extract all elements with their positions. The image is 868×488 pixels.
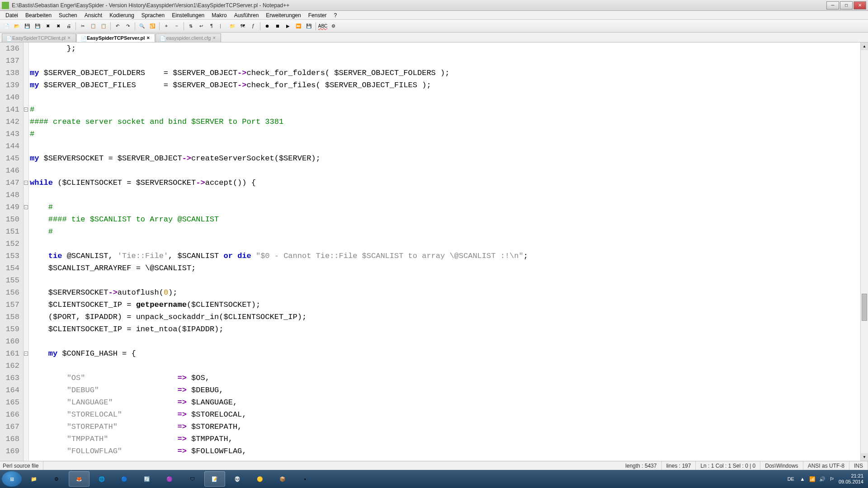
code-line[interactable] <box>30 238 860 250</box>
taskbar-app4[interactable]: 🛡 <box>182 471 203 487</box>
menu-makro[interactable]: Makro <box>208 11 230 19</box>
tray-show-hidden-icon[interactable]: ▲ <box>799 475 806 483</box>
code-line[interactable]: # <box>30 201 860 213</box>
tray-language[interactable]: DE <box>786 475 796 483</box>
code-line[interactable]: #### tie $SCANLIST to Array @SCANLIST <box>30 213 860 225</box>
find-button[interactable]: 🔍 <box>137 22 146 31</box>
play-macro-button[interactable]: ▶ <box>283 22 292 31</box>
code-line[interactable]: "DEBUG" => $DEBUG, <box>30 384 860 396</box>
paste-button[interactable]: 📋 <box>99 22 108 31</box>
code-line[interactable]: $CLIENTSOCKET_IP = getpeername($CLIENTSO… <box>30 299 860 311</box>
taskbar-app6[interactable]: 🟡 <box>250 471 270 487</box>
taskbar-eclipse[interactable]: 🟣 <box>159 471 180 487</box>
code-line[interactable]: $SCANLIST_ARRAYREF = \@SCANLIST; <box>30 262 860 274</box>
save-button[interactable]: 💾 <box>23 22 32 31</box>
menu-erweiterungen[interactable]: Erweiterungen <box>262 11 304 19</box>
folder-as-workspace-button[interactable]: 📁 <box>228 22 237 31</box>
code-line[interactable]: while ($CLIENTSOCKET = $SERVERSOCKET->ac… <box>30 177 860 189</box>
sync-scroll-button[interactable]: ⇅ <box>186 22 195 31</box>
code-line[interactable] <box>30 335 860 347</box>
code-line[interactable]: }; <box>30 42 860 55</box>
menu-ausführen[interactable]: Ausführen <box>231 11 263 19</box>
code-line[interactable]: # <box>30 225 860 238</box>
stop-macro-button[interactable]: ⏹ <box>273 22 282 31</box>
code-line[interactable]: my $SERVER_OBJECT_FOLDERS = $SERVER_OBJE… <box>30 67 860 79</box>
taskbar-firefox[interactable]: 🦊 <box>69 471 90 487</box>
taskbar-chrome[interactable]: 🌐 <box>91 471 112 487</box>
function-list-button[interactable]: ƒ <box>249 22 258 31</box>
tray-network-icon[interactable]: 📶 <box>809 475 816 483</box>
menu-einstellungen[interactable]: Einstellungen <box>168 11 208 19</box>
code-line[interactable]: tie @SCANLIST, 'Tie::File', $SCANLIST or… <box>30 250 860 262</box>
minimize-button[interactable]: ─ <box>826 1 839 9</box>
menu-fenster[interactable]: Fenster <box>305 11 330 19</box>
close-file-button[interactable]: ✖ <box>43 22 52 31</box>
new-file-button[interactable]: 📄 <box>2 22 11 31</box>
menu-suchen[interactable]: Suchen <box>55 11 81 19</box>
code-line[interactable] <box>30 189 860 201</box>
tab-close-icon[interactable]: ✕ <box>146 36 151 40</box>
taskbar-app3[interactable]: 🔄 <box>137 471 157 487</box>
maximize-button[interactable]: □ <box>840 1 853 9</box>
code-line[interactable]: ($PORT, $IPADDR) = unpack_sockaddr_in($C… <box>30 311 860 323</box>
vertical-scrollbar[interactable]: ▲ ▼ <box>860 42 868 461</box>
tray-sound-icon[interactable]: 🔊 <box>819 475 826 483</box>
taskbar-notepadpp[interactable]: 📝 <box>204 471 225 487</box>
code-line[interactable]: "OS" => $OS, <box>30 372 860 384</box>
fold-column[interactable]: −−−− <box>24 42 29 461</box>
copy-button[interactable]: 📋 <box>89 22 98 31</box>
menu-bearbeiten[interactable]: Bearbeiten <box>22 11 55 19</box>
replace-button[interactable]: 🔁 <box>148 22 157 31</box>
zoom-out-button[interactable]: − <box>172 22 181 31</box>
code-line[interactable] <box>30 140 860 152</box>
code-line[interactable]: $SERVERSOCKET->autoflush(0); <box>30 286 860 299</box>
code-line[interactable] <box>30 274 860 286</box>
show-all-chars-button[interactable]: ¶ <box>207 22 216 31</box>
code-line[interactable] <box>30 164 860 177</box>
undo-button[interactable]: ↶ <box>113 22 122 31</box>
record-macro-button[interactable]: ⏺ <box>263 22 272 31</box>
code-line[interactable]: "STOREPATH" => $STOREPATH, <box>30 421 860 433</box>
fold-marker[interactable]: − <box>24 181 28 185</box>
print-button[interactable]: 🖨 <box>64 22 73 31</box>
code-line[interactable] <box>30 55 860 67</box>
code-line[interactable]: # <box>30 128 860 140</box>
tab-EasySpiderTCPServer-pl[interactable]: 📄EasySpiderTCPServer.pl✕ <box>76 33 155 42</box>
code-line[interactable]: my $SERVERSOCKET = $SERVER_OBJECT->creat… <box>30 152 860 164</box>
tab-easyspider-client-cfg[interactable]: 📄easyspider.client.cfg✕ <box>156 33 221 42</box>
save-macro-button[interactable]: 💾 <box>304 22 313 31</box>
open-file-button[interactable]: 📂 <box>12 22 21 31</box>
fold-marker[interactable]: − <box>24 205 28 209</box>
code-line[interactable] <box>30 91 860 103</box>
menu-?[interactable]: ? <box>330 11 340 19</box>
toolbar-extra-button[interactable]: ⚙ <box>329 22 338 31</box>
code-line[interactable]: "FOLLOWFLAG" => $FOLLOWFLAG, <box>30 445 860 457</box>
code-line[interactable]: $CLIENTSOCKET_IP = inet_ntoa($IPADDR); <box>30 323 860 335</box>
code-line[interactable]: "TMPPATH" => $TMPPATH, <box>30 433 860 445</box>
tray-flag-icon[interactable]: 🏳 <box>829 475 836 483</box>
fold-marker[interactable]: − <box>24 352 28 356</box>
taskbar-app1[interactable]: ⚙ <box>46 471 67 487</box>
cut-button[interactable]: ✂ <box>78 22 87 31</box>
tray-clock[interactable]: 21:21 09.05.2014 <box>839 473 863 485</box>
start-button[interactable]: ⊞ <box>2 471 22 487</box>
fold-marker[interactable]: − <box>24 108 28 112</box>
taskbar-app2[interactable]: 🔵 <box>114 471 135 487</box>
tab-EasySpiderTCPClient-pl[interactable]: 📄EasySpiderTCPClient.pl✕ <box>2 33 76 42</box>
tab-close-icon[interactable]: ✕ <box>67 36 72 40</box>
code-line[interactable]: # <box>30 103 860 116</box>
scroll-thumb[interactable] <box>862 294 867 321</box>
taskbar-explorer[interactable]: 📁 <box>24 471 44 487</box>
wordwrap-button[interactable]: ↩ <box>197 22 206 31</box>
save-all-button[interactable]: 💾 <box>33 22 42 31</box>
menu-kodierung[interactable]: Kodierung <box>106 11 138 19</box>
tab-close-icon[interactable]: ✕ <box>212 36 217 40</box>
taskbar-app7[interactable]: 📦 <box>272 471 293 487</box>
code-line[interactable]: "STORELOCAL" => $STORELOCAL, <box>30 408 860 421</box>
menu-datei[interactable]: Datei <box>2 11 22 19</box>
menu-sprachen[interactable]: Sprachen <box>138 11 168 19</box>
code-line[interactable]: "LANGUAGE" => $LANGUAGE, <box>30 396 860 408</box>
play-multiple-button[interactable]: ⏩ <box>294 22 303 31</box>
scroll-down-arrow[interactable]: ▼ <box>861 453 868 461</box>
code-line[interactable] <box>30 360 860 372</box>
